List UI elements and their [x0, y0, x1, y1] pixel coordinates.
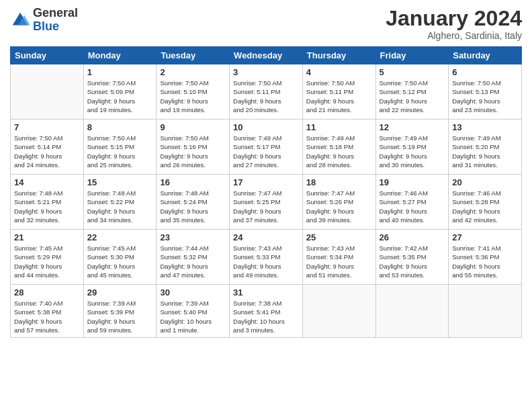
col-wednesday: Wednesday — [230, 47, 303, 64]
table-row: 5Sunrise: 7:50 AMSunset: 5:12 PMDaylight… — [375, 64, 449, 120]
table-row — [11, 64, 84, 120]
page: General Blue January 2024 Alghero, Sardi… — [0, 0, 532, 411]
day-info: Sunrise: 7:50 AMSunset: 5:11 PMDaylight:… — [233, 79, 299, 114]
day-info: Sunrise: 7:48 AMSunset: 5:21 PMDaylight:… — [14, 189, 80, 224]
day-number: 27 — [452, 232, 518, 242]
day-info: Sunrise: 7:49 AMSunset: 5:17 PMDaylight:… — [233, 134, 299, 169]
table-row: 28Sunrise: 7:40 AMSunset: 5:38 PMDayligh… — [11, 285, 84, 338]
week-row-3: 21Sunrise: 7:45 AMSunset: 5:29 PMDayligh… — [11, 230, 522, 285]
table-row: 25Sunrise: 7:43 AMSunset: 5:34 PMDayligh… — [302, 230, 375, 285]
day-number: 29 — [87, 287, 153, 298]
day-number: 31 — [233, 287, 299, 298]
day-number: 16 — [160, 177, 226, 187]
logo-general: General — [33, 6, 78, 19]
table-row: 2Sunrise: 7:50 AMSunset: 5:10 PMDaylight… — [157, 64, 230, 120]
table-row: 23Sunrise: 7:44 AMSunset: 5:32 PMDayligh… — [157, 230, 230, 285]
day-info: Sunrise: 7:45 AMSunset: 5:29 PMDaylight:… — [14, 244, 80, 279]
table-row: 20Sunrise: 7:46 AMSunset: 5:28 PMDayligh… — [449, 175, 522, 230]
table-row: 26Sunrise: 7:42 AMSunset: 5:35 PMDayligh… — [375, 230, 449, 285]
table-row: 13Sunrise: 7:49 AMSunset: 5:20 PMDayligh… — [449, 120, 522, 175]
day-number: 25 — [306, 232, 372, 242]
table-row: 9Sunrise: 7:50 AMSunset: 5:16 PMDaylight… — [157, 120, 230, 175]
day-number: 4 — [306, 67, 372, 77]
table-row — [375, 285, 449, 338]
logo: General Blue — [10, 7, 78, 34]
table-row — [449, 285, 522, 338]
title-block: January 2024 Alghero, Sardinia, Italy — [386, 7, 522, 41]
table-row: 15Sunrise: 7:48 AMSunset: 5:22 PMDayligh… — [83, 175, 157, 230]
day-number: 15 — [87, 177, 153, 187]
day-info: Sunrise: 7:41 AMSunset: 5:36 PMDaylight:… — [452, 244, 518, 279]
table-row: 7Sunrise: 7:50 AMSunset: 5:14 PMDaylight… — [11, 120, 84, 175]
col-saturday: Saturday — [449, 47, 522, 64]
day-info: Sunrise: 7:44 AMSunset: 5:32 PMDaylight:… — [160, 244, 226, 279]
day-number: 12 — [380, 122, 445, 132]
day-info: Sunrise: 7:50 AMSunset: 5:15 PMDaylight:… — [87, 134, 153, 169]
table-row: 21Sunrise: 7:45 AMSunset: 5:29 PMDayligh… — [11, 230, 84, 285]
day-number: 17 — [233, 177, 299, 187]
day-number: 11 — [306, 122, 372, 132]
day-number: 19 — [380, 177, 445, 187]
day-info: Sunrise: 7:48 AMSunset: 5:22 PMDaylight:… — [87, 189, 153, 224]
day-number: 8 — [87, 122, 153, 132]
table-row: 31Sunrise: 7:38 AMSunset: 5:41 PMDayligh… — [230, 285, 303, 338]
day-info: Sunrise: 7:47 AMSunset: 5:26 PMDaylight:… — [306, 189, 372, 224]
day-number: 28 — [14, 287, 80, 298]
day-number: 7 — [14, 122, 80, 132]
table-row: 24Sunrise: 7:43 AMSunset: 5:33 PMDayligh… — [230, 230, 303, 285]
table-row: 29Sunrise: 7:39 AMSunset: 5:39 PMDayligh… — [83, 285, 157, 338]
logo-text: General Blue — [33, 7, 78, 34]
day-number: 18 — [306, 177, 372, 187]
day-info: Sunrise: 7:43 AMSunset: 5:33 PMDaylight:… — [233, 244, 299, 279]
day-number: 23 — [160, 232, 226, 242]
header-row: Sunday Monday Tuesday Wednesday Thursday… — [11, 47, 522, 64]
day-info: Sunrise: 7:38 AMSunset: 5:41 PMDaylight:… — [233, 299, 299, 334]
day-number: 26 — [380, 232, 445, 242]
col-friday: Friday — [375, 47, 449, 64]
day-number: 30 — [160, 287, 226, 298]
day-info: Sunrise: 7:48 AMSunset: 5:24 PMDaylight:… — [160, 189, 226, 224]
logo-blue: Blue — [33, 19, 59, 33]
week-row-1: 7Sunrise: 7:50 AMSunset: 5:14 PMDaylight… — [11, 120, 522, 175]
table-row: 11Sunrise: 7:49 AMSunset: 5:18 PMDayligh… — [302, 120, 375, 175]
day-info: Sunrise: 7:39 AMSunset: 5:39 PMDaylight:… — [87, 299, 153, 334]
col-sunday: Sunday — [11, 47, 84, 64]
day-number: 10 — [233, 122, 299, 132]
day-number: 1 — [87, 67, 153, 77]
table-row: 3Sunrise: 7:50 AMSunset: 5:11 PMDaylight… — [230, 64, 303, 120]
day-number: 9 — [160, 122, 226, 132]
day-info: Sunrise: 7:45 AMSunset: 5:30 PMDaylight:… — [87, 244, 153, 279]
table-row: 4Sunrise: 7:50 AMSunset: 5:11 PMDaylight… — [302, 64, 375, 120]
day-number: 22 — [87, 232, 153, 242]
week-row-0: 1Sunrise: 7:50 AMSunset: 5:09 PMDaylight… — [11, 64, 522, 120]
col-tuesday: Tuesday — [157, 47, 230, 64]
day-number: 14 — [14, 177, 80, 187]
location: Alghero, Sardinia, Italy — [386, 30, 522, 41]
day-info: Sunrise: 7:42 AMSunset: 5:35 PMDaylight:… — [380, 244, 445, 279]
day-info: Sunrise: 7:49 AMSunset: 5:20 PMDaylight:… — [452, 134, 518, 169]
day-number: 13 — [452, 122, 518, 132]
table-row: 30Sunrise: 7:39 AMSunset: 5:40 PMDayligh… — [157, 285, 230, 338]
day-info: Sunrise: 7:47 AMSunset: 5:25 PMDaylight:… — [233, 189, 299, 224]
month-title: January 2024 — [386, 7, 522, 30]
day-info: Sunrise: 7:50 AMSunset: 5:12 PMDaylight:… — [380, 79, 445, 114]
table-row: 17Sunrise: 7:47 AMSunset: 5:25 PMDayligh… — [230, 175, 303, 230]
day-info: Sunrise: 7:49 AMSunset: 5:19 PMDaylight:… — [380, 134, 445, 169]
day-info: Sunrise: 7:46 AMSunset: 5:28 PMDaylight:… — [452, 189, 518, 224]
day-info: Sunrise: 7:43 AMSunset: 5:34 PMDaylight:… — [306, 244, 372, 279]
day-info: Sunrise: 7:40 AMSunset: 5:38 PMDaylight:… — [14, 299, 80, 334]
day-info: Sunrise: 7:50 AMSunset: 5:09 PMDaylight:… — [87, 79, 153, 114]
calendar: Sunday Monday Tuesday Wednesday Thursday… — [10, 46, 522, 338]
week-row-2: 14Sunrise: 7:48 AMSunset: 5:21 PMDayligh… — [11, 175, 522, 230]
day-number: 2 — [160, 67, 226, 77]
day-info: Sunrise: 7:39 AMSunset: 5:40 PMDaylight:… — [160, 299, 226, 334]
table-row: 6Sunrise: 7:50 AMSunset: 5:13 PMDaylight… — [449, 64, 522, 120]
day-number: 21 — [14, 232, 80, 242]
day-info: Sunrise: 7:50 AMSunset: 5:16 PMDaylight:… — [160, 134, 226, 169]
col-thursday: Thursday — [302, 47, 375, 64]
table-row — [302, 285, 375, 338]
week-row-4: 28Sunrise: 7:40 AMSunset: 5:38 PMDayligh… — [11, 285, 522, 338]
day-number: 5 — [380, 67, 445, 77]
col-monday: Monday — [83, 47, 157, 64]
table-row: 14Sunrise: 7:48 AMSunset: 5:21 PMDayligh… — [11, 175, 84, 230]
